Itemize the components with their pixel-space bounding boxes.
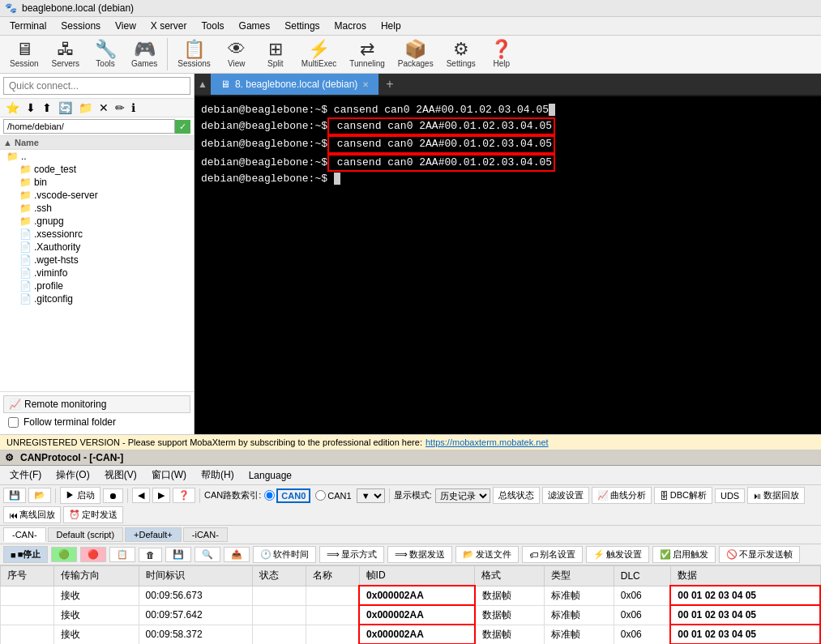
tree-item[interactable]: 📁 .ssh — [0, 202, 194, 215]
path-ok-button[interactable]: ✓ — [175, 120, 190, 134]
can1-radio-label[interactable]: CAN1 — [315, 490, 351, 501]
quick-connect-input[interactable] — [3, 77, 190, 95]
red-btn[interactable]: 🔴 — [80, 547, 106, 562]
help-button[interactable]: ❓ Help — [484, 39, 520, 70]
delete-button[interactable]: ✕ — [96, 100, 111, 115]
path-input[interactable] — [3, 119, 175, 134]
tree-item[interactable]: 📁 .. — [0, 150, 194, 163]
send-btn[interactable]: 📤 — [224, 547, 250, 562]
can-menu-file[interactable]: 文件(F) — [3, 467, 48, 484]
menu-terminal[interactable]: Terminal — [3, 19, 53, 33]
scheduled-send-btn[interactable]: ⏰ 定时发送 — [63, 506, 123, 523]
remote-monitoring-button[interactable]: 📈 Remote monitoring — [3, 395, 190, 413]
status-link[interactable]: https://mobaxterm.mobatek.net — [425, 437, 549, 447]
tab-nav-left[interactable]: ▲ — [195, 74, 211, 95]
can-tab-can[interactable]: -CAN- — [3, 527, 46, 542]
can-open-btn[interactable]: 📂 — [28, 488, 51, 503]
can-menu-window[interactable]: 窗口(W) — [145, 467, 193, 484]
settings-button[interactable]: ⚙ Settings — [442, 39, 481, 70]
can-start-btn[interactable]: ▶ 启动 — [60, 487, 100, 504]
can-channel-select[interactable]: ▼ — [357, 488, 385, 503]
menu-macros[interactable]: Macros — [328, 19, 373, 33]
menu-help[interactable]: Help — [374, 19, 408, 33]
can-rec-btn[interactable]: ⏺ — [103, 488, 123, 503]
uds-btn[interactable]: UDS — [715, 488, 745, 503]
star-button[interactable]: ⭐ — [3, 100, 22, 115]
can-q-btn[interactable]: ❓ — [173, 488, 195, 503]
menu-settings[interactable]: Settings — [278, 19, 326, 33]
display-mode-select[interactable]: 历史记录 — [435, 488, 490, 503]
can-menu-view[interactable]: 视图(V) — [98, 467, 143, 484]
session-button[interactable]: 🖥 Session — [5, 39, 44, 70]
can0-radio-label[interactable]: CAN0 — [264, 488, 310, 503]
filter-btn[interactable]: 滤波设置 — [542, 487, 589, 504]
can-tab-default-script[interactable]: Default (script) — [48, 527, 124, 542]
menu-tools[interactable]: Tools — [195, 19, 231, 33]
can-menu-operate[interactable]: 操作(O) — [49, 467, 96, 484]
bus-status-btn[interactable]: 总线状态 — [493, 487, 540, 504]
can-tab-default-plus[interactable]: +Default+ — [125, 527, 182, 542]
send-file-btn[interactable]: 📂 发送文件 — [455, 546, 519, 563]
can-tab-ican[interactable]: -iCAN- — [183, 527, 228, 542]
tools-button[interactable]: 🔧 Tools — [88, 39, 123, 70]
split-button[interactable]: ⊞ Split — [258, 39, 293, 70]
download-button[interactable]: ⬇ — [24, 100, 38, 115]
menu-view[interactable]: View — [109, 19, 143, 33]
packages-button[interactable]: 📦 Packages — [393, 39, 438, 70]
tunneling-button[interactable]: ⇄ Tunneling — [344, 39, 390, 70]
tree-item[interactable]: 📄 .xsessionrc — [0, 228, 194, 241]
can-menu-help[interactable]: 帮助(H) — [195, 467, 241, 484]
display-mode-btn[interactable]: ⟹ 显示方式 — [319, 546, 384, 563]
software-time-btn[interactable]: 🕐 软件时间 — [253, 546, 316, 563]
can-save-btn[interactable]: 💾 — [3, 488, 26, 503]
can-fwd-btn[interactable]: ▶ — [152, 488, 170, 503]
curve-btn[interactable]: 📈 曲线分析 — [592, 487, 652, 504]
view-button[interactable]: 👁 View — [219, 39, 254, 70]
rename-button[interactable]: ✏ — [113, 100, 127, 115]
tab-close-button[interactable]: ✕ — [362, 80, 369, 89]
hide-send-btn[interactable]: 🚫 不显示发送帧 — [719, 546, 800, 563]
tree-item[interactable]: 📄 .viminfo — [0, 267, 194, 279]
refresh-button[interactable]: 🔄 — [56, 100, 75, 115]
menu-xserver[interactable]: X server — [144, 19, 194, 33]
tree-item[interactable]: 📁 .gnupg — [0, 215, 194, 228]
tree-item[interactable]: 📁 code_test — [0, 163, 194, 176]
can-back-btn[interactable]: ◀ — [132, 488, 150, 503]
tree-item[interactable]: 📄 .Xauthority — [0, 241, 194, 254]
dbc-btn[interactable]: 🗄 DBC解析 — [654, 487, 712, 504]
tree-item[interactable]: 📄 .profile — [0, 279, 194, 292]
tree-item[interactable]: 📁 .vscode-server — [0, 189, 194, 202]
data-send-btn[interactable]: ⟹ 数据发送 — [387, 546, 452, 563]
stop-btn[interactable]: ■ ■停止 — [3, 546, 48, 563]
new-tab-button[interactable]: + — [379, 74, 400, 95]
menu-games[interactable]: Games — [233, 19, 277, 33]
upload-button[interactable]: ⬆ — [40, 100, 54, 115]
can0-radio[interactable] — [264, 490, 275, 501]
table-row[interactable]: 接收00:09:57.6420x000002AA数据帧标准帧0x0600 01 … — [1, 605, 821, 625]
folder-button[interactable]: 📁 — [76, 100, 95, 115]
servers-button[interactable]: 🖧 Servers — [47, 39, 84, 70]
filter-btn2[interactable]: 🔍 — [195, 547, 220, 562]
games-button[interactable]: 🎮 Games — [126, 39, 162, 70]
copy-btn[interactable]: 📋 — [109, 547, 135, 562]
data-replay-btn[interactable]: ⏯ 数据回放 — [747, 487, 805, 504]
tree-item[interactable]: 📄 .wget-hsts — [0, 254, 194, 267]
menu-sessions[interactable]: Sessions — [54, 19, 107, 33]
terminal-tab[interactable]: 🖥 8. beaglebone.local (debian) ✕ — [211, 74, 379, 95]
can-menu-language[interactable]: Language — [242, 468, 298, 483]
table-row[interactable]: 接收00:09:56.6730x000002AA数据帧标准帧0x0600 01 … — [1, 586, 821, 605]
trigger-settings-btn[interactable]: ⚡ 触发设置 — [586, 546, 649, 563]
enable-trigger-btn[interactable]: ✅ 启用触发 — [652, 546, 716, 563]
multiexec-button[interactable]: ⚡ MultiExec — [297, 39, 341, 70]
sessions-button[interactable]: 📋 Sessions — [173, 39, 216, 70]
tree-item[interactable]: 📄 .gitconfig — [0, 292, 194, 305]
clear-btn[interactable]: 🗑 — [139, 548, 162, 562]
alias-settings-btn[interactable]: 🏷 别名设置 — [522, 546, 583, 563]
save-btn2[interactable]: 💾 — [165, 547, 191, 562]
green-btn[interactable]: 🟢 — [51, 547, 77, 562]
table-row[interactable]: 接收00:09:58.3720x000002AA数据帧标准帧0x0600 01 … — [1, 625, 821, 644]
can1-radio[interactable] — [315, 490, 326, 501]
follow-folder-checkbox[interactable] — [8, 417, 19, 428]
tree-item[interactable]: 📁 bin — [0, 176, 194, 189]
offline-replay-btn[interactable]: ⏮ 离线回放 — [3, 506, 61, 523]
